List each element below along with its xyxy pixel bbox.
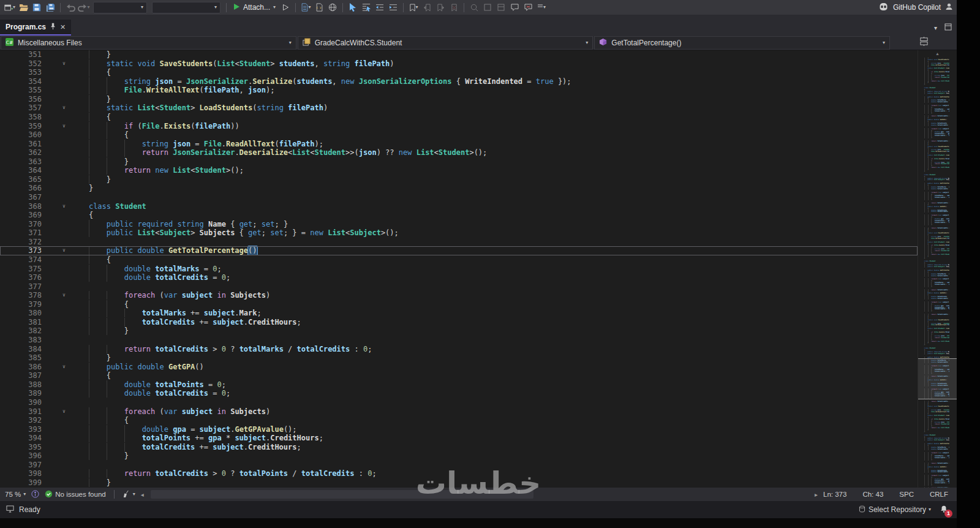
browser-preview-button[interactable] <box>326 1 339 13</box>
code-line[interactable]: 365 } <box>0 175 918 184</box>
code-line[interactable]: 381 totalCredits += subject.CreditHours; <box>0 318 918 327</box>
code-line[interactable]: 364 return new List<Student>(); <box>0 166 918 175</box>
code-line[interactable]: 377 <box>0 282 918 292</box>
code-line[interactable]: 383 <box>0 336 918 345</box>
scroll-right-arrow-icon[interactable]: ▸ <box>815 491 818 498</box>
code-line[interactable]: 366 } <box>0 184 918 193</box>
close-icon[interactable]: ✕ <box>60 23 66 31</box>
code-line[interactable]: 394 totalPoints += gpa * subject.CreditH… <box>0 434 918 443</box>
code-line[interactable]: 386∨ public double GetGPA() <box>0 363 918 372</box>
code-line[interactable]: 371 public List<Subject> Subjects { get;… <box>0 228 918 238</box>
code-line[interactable]: 387 { <box>0 371 918 380</box>
fold-chevron-icon[interactable]: ∨ <box>42 202 71 211</box>
next-bookmark-button[interactable] <box>434 1 447 13</box>
code-line[interactable]: 363 } <box>0 157 918 167</box>
code-line[interactable]: 385 } <box>0 353 918 363</box>
previous-bookmark-button[interactable] <box>421 1 433 13</box>
minimap[interactable]: ▲ } static void SaveStudents(List<Studen… <box>918 50 957 488</box>
fold-chevron-icon[interactable]: ∨ <box>42 363 71 372</box>
tab-layout-icon[interactable] <box>944 23 952 32</box>
code-line[interactable]: 352∨ static void SaveStudents(List<Stude… <box>0 59 918 69</box>
code-line[interactable]: 399 } <box>0 478 918 488</box>
uncomment-button[interactable] <box>522 1 534 13</box>
fold-chevron-icon[interactable]: ∨ <box>42 291 71 300</box>
code-line[interactable]: 391∨ foreach (var subject in Subjects) <box>0 407 918 417</box>
code-line[interactable]: 398 return totalCredits > 0 ? totalPoint… <box>0 469 918 478</box>
code-line[interactable]: 374 { <box>0 255 918 265</box>
project-dropdown[interactable]: C# Miscellaneous Files ▾ <box>1 36 296 50</box>
find-symbol-button[interactable] <box>468 1 480 13</box>
type-dropdown[interactable]: GradeCalcWithCS.Student ▾ <box>298 36 594 50</box>
toolbar-overflow-button[interactable]: ▾ <box>535 1 548 13</box>
split-window-icon[interactable] <box>919 37 929 48</box>
code-line[interactable]: 390 <box>0 398 918 407</box>
undo-button[interactable] <box>64 1 77 13</box>
notifications-button[interactable]: 1 <box>937 503 951 516</box>
tab-list-caret-icon[interactable]: ▾ <box>934 25 937 31</box>
redo-button[interactable]: ▾ <box>78 1 90 13</box>
tab-program-cs[interactable]: Program.cs ✕ <box>0 20 71 36</box>
code-line[interactable]: 380 totalMarks += subject.Mark; <box>0 309 918 318</box>
code-line[interactable]: 382 } <box>0 326 918 336</box>
script-document-button[interactable] <box>313 1 325 13</box>
code-line[interactable]: 355 File.WriteAllText(filePath, json); <box>0 86 918 95</box>
column-indicator[interactable]: Ch: 43 <box>862 491 883 498</box>
code-line[interactable]: 367 <box>0 193 918 202</box>
find-in-files-button[interactable]: ▾ <box>300 1 312 13</box>
code-line[interactable]: 351 } <box>0 50 918 59</box>
fold-chevron-icon[interactable]: ∨ <box>42 246 71 255</box>
code-editor[interactable]: 351 }352∨ static void SaveStudents(List<… <box>0 50 957 488</box>
indent-button[interactable] <box>387 1 399 13</box>
line-indicator[interactable]: Ln: 373 <box>823 491 846 498</box>
document-health-icon[interactable] <box>31 490 39 499</box>
solution-configurations-combobox[interactable]: ▾ <box>93 2 147 13</box>
open-file-button[interactable] <box>17 1 29 13</box>
line-endings-indicator[interactable]: CRLF <box>930 491 948 498</box>
code-line[interactable]: 392 { <box>0 416 918 425</box>
save-all-button[interactable] <box>44 1 56 13</box>
minimap-viewport[interactable] <box>918 358 957 399</box>
scroll-up-arrow-icon[interactable]: ▲ <box>918 50 957 58</box>
toggle-bookmark-button[interactable]: ▾ <box>407 1 420 13</box>
new-item-button[interactable]: ▾ <box>4 1 16 13</box>
code-line[interactable]: 357∨ static List<Student> LoadStudents(s… <box>0 104 918 113</box>
fold-chevron-icon[interactable]: ∨ <box>42 407 71 417</box>
code-line[interactable]: 389 double totalCredits = 0; <box>0 389 918 398</box>
start-without-debugging-button[interactable] <box>279 1 292 13</box>
code-line[interactable]: 395 totalCredits += subject.CreditHours; <box>0 443 918 452</box>
spaces-indicator[interactable]: SPC <box>899 491 914 498</box>
code-line[interactable]: 360 { <box>0 130 918 140</box>
code-line[interactable]: 397 <box>0 461 918 470</box>
navigate-to-button[interactable] <box>360 1 372 13</box>
code-line[interactable]: 361 string json = File.ReadAllText(fileP… <box>0 140 918 149</box>
copilot-status[interactable]: GitHub Copilot <box>878 0 953 15</box>
code-line[interactable]: 378∨ foreach (var subject in Subjects) <box>0 291 918 300</box>
member-dropdown[interactable]: GetTotalPercentage() ▾ <box>594 36 890 50</box>
code-line[interactable]: 372 <box>0 238 918 247</box>
code-line[interactable]: 356 } <box>0 95 918 104</box>
code-line[interactable]: 379 { <box>0 300 918 309</box>
code-line[interactable]: 388 double totalPoints = 0; <box>0 380 918 390</box>
code-line[interactable]: 370 public required string Name { get; s… <box>0 220 918 229</box>
code-line[interactable]: 384 return totalCredits > 0 ? totalMarks… <box>0 345 918 354</box>
scroll-left-arrow-icon[interactable]: ◂ <box>141 491 144 498</box>
code-cleanup-button[interactable]: ▾ <box>123 490 135 499</box>
issues-indicator[interactable]: No issues found <box>45 490 105 499</box>
comment-button[interactable] <box>508 1 521 13</box>
clear-bookmarks-button[interactable] <box>448 1 460 13</box>
horizontal-scroll-thumb[interactable] <box>151 490 533 499</box>
code-line[interactable]: 375 double totalMarks = 0; <box>0 265 918 274</box>
code-line[interactable]: 359∨ if (File.Exists(filePath)) <box>0 122 918 131</box>
horizontal-scrollbar[interactable] <box>149 488 809 501</box>
code-line[interactable]: 373∨ public double GetTotalPercentage() <box>0 246 918 255</box>
fold-chevron-icon[interactable]: ∨ <box>42 122 71 131</box>
block-structure-button[interactable] <box>495 1 507 13</box>
code-line[interactable]: 393 double gpa = subject.GetGPAvalue(); <box>0 425 918 434</box>
pin-icon[interactable] <box>50 23 56 32</box>
code-line[interactable]: 368∨ class Student <box>0 202 918 211</box>
code-line[interactable]: 354 string json = JsonSerializer.Seriali… <box>0 77 918 86</box>
outdent-button[interactable] <box>374 1 386 13</box>
fold-chevron-icon[interactable]: ∨ <box>42 104 71 113</box>
zoom-selector[interactable]: 75 % ▾ <box>5 491 26 498</box>
code-line[interactable]: 396 } <box>0 451 918 461</box>
